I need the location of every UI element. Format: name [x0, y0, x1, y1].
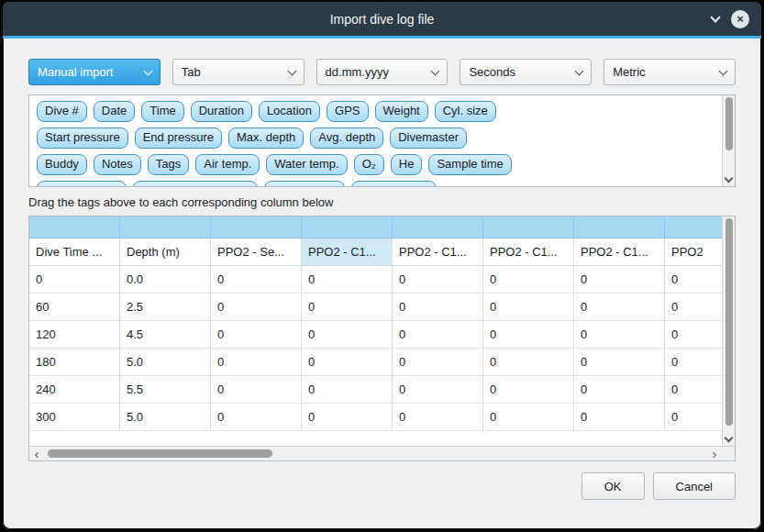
combo-value: Metric — [613, 65, 645, 79]
close-icon[interactable]: × — [731, 10, 749, 28]
tag-dive-number[interactable]: Dive # — [37, 101, 87, 122]
chevron-down-icon[interactable] — [725, 174, 734, 183]
table-cell: 0 — [302, 404, 393, 430]
table-cell: 0 — [574, 266, 665, 293]
table-cell: 0 — [483, 349, 574, 375]
drop-target-cell[interactable] — [393, 216, 483, 238]
scrollbar-track[interactable] — [44, 447, 707, 460]
drop-target-cell[interactable] — [120, 216, 211, 238]
tag-max-depth[interactable]: Max. depth — [228, 127, 304, 149]
tag-location[interactable]: Location — [259, 101, 320, 122]
table-cell: 0 — [211, 376, 302, 403]
titlebar[interactable]: Import dive log file × — [3, 2, 761, 36]
column-header[interactable]: Depth (m) — [120, 238, 211, 265]
combo-value: Seconds — [469, 65, 515, 79]
table-vertical-scrollbar[interactable] — [722, 216, 735, 446]
drop-target-cell[interactable] — [483, 216, 574, 238]
column-header[interactable]: PPO2 - Se... — [211, 238, 302, 265]
combo-duration-format[interactable]: Seconds — [460, 59, 592, 85]
scrollbar-thumb[interactable] — [725, 97, 733, 150]
tag-water-temp[interactable]: Water temp. — [266, 154, 347, 175]
drop-target-cell[interactable] — [29, 216, 120, 238]
table-cell: 0 — [393, 376, 483, 403]
table-cell: 0 — [393, 266, 483, 293]
table-cell: 0 — [483, 294, 574, 320]
tag-date[interactable]: Date — [94, 101, 135, 122]
tag-end-pressure[interactable]: End pressure — [135, 127, 222, 149]
column-header[interactable]: Dive Time ... — [29, 238, 120, 265]
table-cell: 60 — [29, 294, 120, 320]
combo-field-separator[interactable]: Tab — [172, 59, 304, 85]
tag-row: Start pressure End pressure Max. depth A… — [37, 127, 727, 149]
chevron-down-icon — [575, 66, 584, 75]
table-cell: 0 — [211, 404, 302, 430]
tag-divemaster[interactable]: Divemaster — [390, 127, 467, 149]
table-cell: 0 — [574, 376, 665, 403]
chevron-left-icon[interactable]: ‹ — [29, 448, 44, 460]
tag-sample-temperature[interactable]: Sample temperature — [133, 181, 258, 187]
import-options-row: Manual import Tab dd.mm.yyyy Seconds Met… — [28, 59, 736, 85]
tag-sample-depth[interactable]: Sample depth — [37, 181, 127, 187]
window-title: Import dive log file — [330, 12, 435, 27]
drop-target-cell[interactable] — [302, 216, 393, 238]
drop-target-cell[interactable] — [665, 216, 722, 238]
chevron-down-icon — [431, 66, 440, 75]
table-cell: 0 — [29, 266, 120, 293]
tag-list-scrollbar[interactable] — [722, 95, 735, 186]
tag-cyl-size[interactable]: Cyl. size — [435, 101, 496, 122]
combo-date-format[interactable]: dd.mm.yyyy — [316, 59, 448, 85]
drop-target-cell[interactable] — [211, 216, 302, 238]
tag-o2[interactable]: O₂ — [354, 154, 384, 175]
table-cell: 0 — [211, 266, 302, 293]
tag-start-pressure[interactable]: Start pressure — [37, 127, 128, 149]
tag-sample-time[interactable]: Sample time — [428, 154, 511, 175]
drop-target-row — [29, 216, 722, 238]
column-header[interactable]: PPO2 - C1... — [302, 238, 393, 265]
table-row: 120 4.5 0 0 0 0 0 0 — [29, 321, 722, 349]
tag-he[interactable]: He — [391, 154, 423, 175]
import-dialog-window: Import dive log file × Manual import Tab… — [3, 2, 761, 529]
chevron-down-icon — [287, 66, 296, 75]
table-cell: 0 — [302, 321, 393, 348]
tag-sample-cns[interactable]: Sample CNS — [351, 181, 437, 187]
table-cell: 0 — [393, 349, 483, 375]
cancel-button[interactable]: Cancel — [653, 472, 736, 500]
column-header[interactable]: PPO2 - C1... — [574, 238, 665, 265]
table-cell: 2.5 — [120, 294, 211, 320]
tag-buddy[interactable]: Buddy — [37, 154, 87, 175]
tag-duration[interactable]: Duration — [191, 101, 252, 122]
table-cell: 0 — [665, 321, 722, 348]
drop-target-cell[interactable] — [574, 216, 665, 238]
tag-weight[interactable]: Weight — [375, 101, 428, 122]
ok-button[interactable]: OK — [581, 472, 645, 500]
table-row: 60 2.5 0 0 0 0 0 0 — [29, 294, 722, 321]
chevron-right-icon[interactable]: › — [707, 448, 722, 460]
tag-row: Dive # Date Time Duration Location GPS W… — [37, 101, 727, 122]
chevron-down-icon[interactable] — [725, 434, 734, 443]
table-cell: 0 — [665, 294, 722, 320]
dialog-button-row: OK Cancel — [28, 472, 736, 500]
column-header[interactable]: PPO2 — [665, 238, 722, 265]
preview-table: Dive Time ... Depth (m) PPO2 - Se... PPO… — [29, 216, 722, 446]
tag-air-temp[interactable]: Air temp. — [195, 154, 260, 175]
scrollbar-thumb[interactable] — [48, 449, 272, 458]
tag-avg-depth[interactable]: Avg. depth — [310, 127, 383, 149]
column-header[interactable]: PPO2 - C1... — [393, 238, 483, 265]
tag-list: Dive # Date Time Duration Location GPS W… — [29, 95, 735, 187]
table-cell: 180 — [29, 349, 120, 375]
tag-gps[interactable]: GPS — [327, 101, 368, 122]
table-horizontal-scrollbar[interactable]: ‹ › — [29, 446, 722, 460]
table-cell: 240 — [29, 376, 120, 403]
tag-tags[interactable]: Tags — [148, 154, 189, 175]
shade-chevron-down-icon[interactable] — [710, 12, 720, 22]
combo-units[interactable]: Metric — [603, 59, 736, 85]
table-cell: 0 — [574, 321, 665, 348]
instruction-text: Drag the tags above to each correspondin… — [28, 195, 736, 209]
column-header[interactable]: PPO2 - C1... — [483, 238, 574, 265]
combo-import-mode[interactable]: Manual import — [28, 59, 161, 85]
tag-notes[interactable]: Notes — [94, 154, 141, 175]
tag-time[interactable]: Time — [141, 101, 183, 122]
table-cell: 5.5 — [120, 376, 211, 403]
tag-sample-po2[interactable]: Sample pO₂ — [264, 181, 345, 187]
scrollbar-thumb[interactable] — [725, 218, 733, 426]
